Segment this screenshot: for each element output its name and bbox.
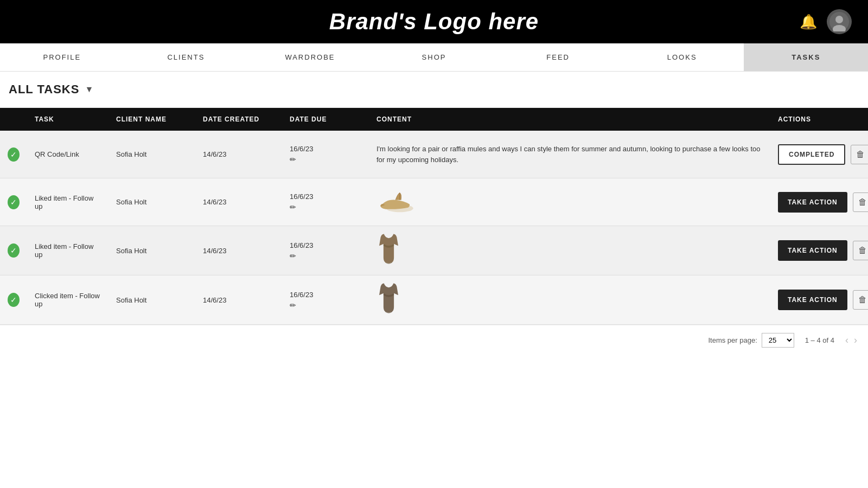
- row-date-created-2: 14/6/23: [195, 192, 282, 211]
- edit-icon[interactable]: ✏: [290, 301, 361, 310]
- row-date-due-2: 16/6/23 ✏: [282, 187, 369, 217]
- row-client-2: Sofia Holt: [108, 192, 195, 211]
- take-action-button[interactable]: TAKE ACTION: [778, 240, 847, 261]
- pagination-row: Items per page: 25 50 100 1 – 4 of 4 ‹ ›: [0, 325, 868, 355]
- th-actions: ACTIONS: [770, 115, 868, 123]
- take-action-button[interactable]: TAKE ACTION: [778, 192, 847, 213]
- check-circle-icon: ✓: [8, 243, 20, 258]
- check-circle-icon: ✓: [8, 195, 20, 209]
- check-circle-icon: ✓: [8, 293, 20, 307]
- row-date-due-1: 16/6/23 ✏: [282, 139, 369, 169]
- nav-item-wardrobe[interactable]: WARDROBE: [248, 43, 372, 71]
- svg-point-1: [835, 16, 843, 23]
- edit-icon[interactable]: ✏: [290, 252, 361, 260]
- page-arrows: ‹ ›: [845, 335, 857, 346]
- row-task-4: Clicked item - Follow up: [27, 286, 108, 313]
- delete-button[interactable]: 🗑: [853, 290, 868, 310]
- row-date-due-3: 16/6/23 ✏: [282, 236, 369, 266]
- row-client-3: Sofia Holt: [108, 241, 195, 260]
- row-date-created-3: 14/6/23: [195, 241, 282, 260]
- row-content-3: [369, 226, 770, 275]
- row-content-1: I'm looking for a pair or raffia mules a…: [369, 138, 770, 170]
- nav-item-shop[interactable]: SHOP: [372, 43, 496, 71]
- row-task-1: QR Code/Link: [27, 145, 108, 164]
- row-client-4: Sofia Holt: [108, 291, 195, 310]
- nav-item-clients[interactable]: CLIENTS: [124, 43, 248, 71]
- edit-icon[interactable]: ✏: [290, 155, 361, 164]
- row-task-3: Liked item - Follow up: [27, 237, 108, 264]
- brand-logo: Brand's Logo here: [329, 9, 539, 35]
- table-header: TASK CLIENT NAME DATE CREATED DATE DUE C…: [0, 108, 868, 131]
- next-page-button[interactable]: ›: [854, 335, 857, 346]
- avatar[interactable]: [827, 9, 852, 34]
- items-per-page-label: Items per page:: [708, 336, 757, 344]
- th-date-created: DATE CREATED: [195, 115, 282, 123]
- content-text-1: I'm looking for a pair or raffia mules a…: [376, 144, 763, 165]
- header: Brand's Logo here 🔔: [0, 0, 868, 43]
- filter-label: ALL TASKS: [9, 82, 79, 97]
- row-check-3: ✓: [0, 238, 27, 263]
- filter-row[interactable]: ALL TASKS ▼: [0, 72, 868, 108]
- delete-button[interactable]: 🗑: [853, 192, 868, 212]
- row-check-4: ✓: [0, 287, 27, 312]
- nav-item-feed[interactable]: FEED: [496, 43, 620, 71]
- th-client-name: CLIENT NAME: [108, 115, 195, 123]
- th-date-due: DATE DUE: [282, 115, 369, 123]
- tasks-table: TASK CLIENT NAME DATE CREATED DATE DUE C…: [0, 108, 868, 325]
- nav-item-tasks[interactable]: TASKS: [744, 43, 868, 71]
- row-actions-4: TAKE ACTION 🗑: [770, 290, 868, 310]
- header-icons: 🔔: [800, 9, 852, 34]
- date-due-value-4: 16/6/23: [290, 291, 361, 299]
- bodysuit-image: [376, 232, 401, 269]
- row-check-2: ✓: [0, 190, 27, 215]
- items-per-page: Items per page: 25 50 100: [708, 333, 794, 348]
- page-info: 1 – 4 of 4: [805, 336, 834, 344]
- bell-icon[interactable]: 🔔: [800, 14, 817, 30]
- row-actions-2: TAKE ACTION 🗑: [770, 192, 868, 213]
- check-circle-icon: ✓: [8, 147, 20, 162]
- th-task: TASK: [27, 115, 108, 123]
- row-actions-1: COMPLETED 🗑: [770, 144, 868, 165]
- date-due-value-2: 16/6/23: [290, 192, 361, 201]
- prev-page-button[interactable]: ‹: [845, 335, 848, 346]
- row-content-4: [369, 275, 770, 324]
- table-row: ✓ Clicked item - Follow up Sofia Holt 14…: [0, 275, 868, 325]
- nav-item-profile[interactable]: PROFILE: [0, 43, 124, 71]
- shoe-image: [376, 189, 414, 216]
- table-row: ✓ Liked item - Follow up Sofia Holt 14/6…: [0, 226, 868, 275]
- row-check-1: ✓: [0, 142, 27, 167]
- date-due-value-1: 16/6/23: [290, 145, 361, 153]
- per-page-select[interactable]: 25 50 100: [762, 333, 794, 348]
- chevron-down-icon: ▼: [85, 85, 93, 94]
- main-nav: PROFILE CLIENTS WARDROBE SHOP FEED LOOKS…: [0, 43, 868, 72]
- table-row: ✓ QR Code/Link Sofia Holt 14/6/23 16/6/2…: [0, 131, 868, 178]
- nav-item-looks[interactable]: LOOKS: [620, 43, 744, 71]
- delete-button[interactable]: 🗑: [851, 145, 868, 164]
- row-actions-3: TAKE ACTION 🗑: [770, 240, 868, 261]
- row-task-2: Liked item - Follow up: [27, 189, 108, 216]
- row-date-due-4: 16/6/23 ✏: [282, 285, 369, 315]
- row-date-created-1: 14/6/23: [195, 145, 282, 164]
- row-content-2: [369, 183, 770, 221]
- delete-button[interactable]: 🗑: [853, 241, 868, 260]
- take-action-button[interactable]: TAKE ACTION: [778, 290, 847, 310]
- th-content: CONTENT: [369, 115, 770, 123]
- edit-icon[interactable]: ✏: [290, 203, 361, 211]
- date-due-value-3: 16/6/23: [290, 241, 361, 249]
- table-row: ✓ Liked item - Follow up Sofia Holt 14/6…: [0, 178, 868, 226]
- th-check: [0, 115, 27, 123]
- row-date-created-4: 14/6/23: [195, 291, 282, 310]
- completed-button[interactable]: COMPLETED: [778, 144, 845, 165]
- row-client-1: Sofia Holt: [108, 145, 195, 164]
- bodysuit2-image: [376, 281, 401, 319]
